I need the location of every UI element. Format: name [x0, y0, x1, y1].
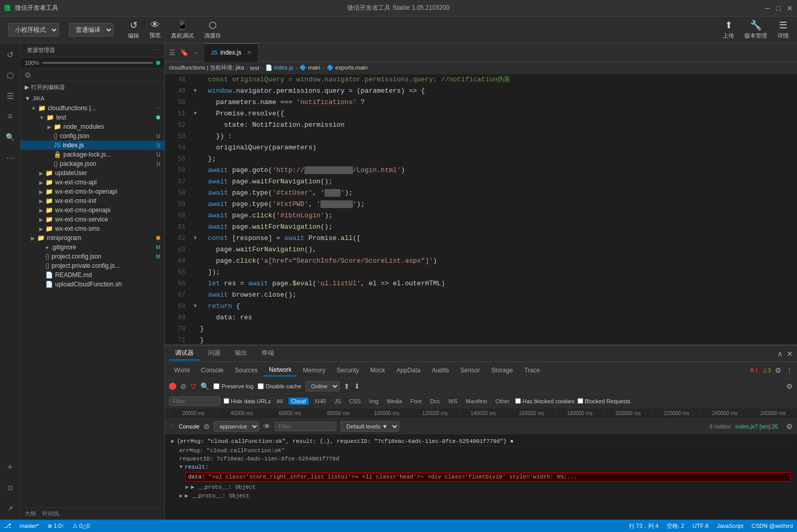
- version-manage-button[interactable]: 🔧 版本管理: [744, 20, 767, 40]
- jika-header[interactable]: ▼ JIKA: [21, 93, 164, 104]
- tree-item[interactable]: ▶ {} config.json U: [21, 131, 164, 141]
- tab-nav-back[interactable]: ☰: [169, 48, 176, 57]
- filter-input[interactable]: [169, 397, 221, 406]
- clear-cache-button[interactable]: ⬡ 清缓存: [204, 20, 221, 40]
- sidebar-icon-search[interactable]: ⬡: [3, 68, 18, 82]
- network-sub-tab-wxml[interactable]: Wxml: [169, 365, 195, 376]
- tab-close-icon[interactable]: ✕: [247, 49, 252, 56]
- filter-img[interactable]: Img: [366, 398, 381, 405]
- network-sub-tab-audits[interactable]: Audits: [427, 365, 454, 376]
- filter-icon[interactable]: ▽: [191, 382, 196, 390]
- preserve-log-checkbox[interactable]: [213, 383, 219, 389]
- devtools-tab-terminal[interactable]: 终端: [256, 347, 280, 361]
- tree-item[interactable]: ▼ 📁 cloudfunctions |... ⋯: [21, 104, 164, 113]
- panel-collapse-button[interactable]: ∧: [777, 350, 783, 358]
- filter-xhr[interactable]: XHR: [312, 398, 329, 405]
- tree-item[interactable]: ▶ 📁 node_modules: [21, 122, 164, 131]
- breadcrumb-item[interactable]: cloudfunctions | 当前环境: jika: [169, 64, 244, 72]
- filter-other[interactable]: Other: [493, 398, 513, 405]
- filter-doc[interactable]: Doc: [428, 398, 443, 405]
- sidebar-icon-add[interactable]: +: [3, 460, 18, 474]
- console-tab-label[interactable]: Console: [179, 423, 199, 430]
- console-appservice-select[interactable]: appservice: [214, 421, 259, 432]
- tree-item[interactable]: ▶ 🔒 package-lock.js... U: [21, 150, 164, 159]
- filter-media[interactable]: Media: [384, 398, 405, 405]
- console-settings-icon[interactable]: ⚙: [786, 422, 793, 431]
- network-sub-tab-memory[interactable]: Memory: [298, 365, 330, 376]
- network-sub-tab-sensor[interactable]: Sensor: [455, 365, 485, 376]
- compile-select[interactable]: 普通编译: [69, 23, 113, 37]
- has-blocked-cookies-label[interactable]: Has blocked cookies: [515, 398, 574, 404]
- network-sub-tab-sources[interactable]: Sources: [230, 365, 263, 376]
- sidebar-icon-refresh[interactable]: ↺: [3, 47, 18, 62]
- network-sub-tab-storage[interactable]: Storage: [486, 365, 518, 376]
- file-language[interactable]: JavaScript: [717, 523, 743, 529]
- hide-data-urls-label[interactable]: Hide data URLs: [224, 398, 271, 404]
- tree-item-index[interactable]: ▶ JS index.js U: [21, 141, 164, 150]
- sidebar-more-icon[interactable]: ⋯: [152, 47, 158, 54]
- tree-item[interactable]: ▶ 📁 wx-ext-cms-service: [21, 215, 164, 224]
- tree-item[interactable]: ▶ {} package.json U: [21, 159, 164, 168]
- search-icon[interactable]: 🔍: [200, 382, 209, 390]
- sidebar-icon-list[interactable]: ≡: [3, 109, 18, 124]
- devtools-tab-output[interactable]: 输出: [229, 347, 253, 361]
- sidebar-icon-files[interactable]: ☰: [3, 89, 18, 103]
- filter-cloud-active[interactable]: Cloud: [289, 398, 309, 405]
- download-icon[interactable]: ⬇: [354, 382, 360, 390]
- minimize-button[interactable]: ─: [765, 4, 770, 12]
- tree-item[interactable]: ▶ 📁 updateUser: [21, 168, 164, 178]
- tree-item[interactable]: ▶ 📁 wx-ext-cms-fx-openapi: [21, 187, 164, 196]
- tree-item[interactable]: ▶ {} project.config.json M: [21, 252, 164, 261]
- hide-data-urls-checkbox[interactable]: [224, 398, 229, 404]
- maximize-button[interactable]: □: [776, 4, 781, 12]
- panel-close-button[interactable]: ✕: [787, 350, 793, 358]
- filter-js[interactable]: JS: [332, 398, 344, 405]
- network-sub-tab-trace[interactable]: Trace: [519, 365, 545, 376]
- tab-nav-left[interactable]: ←: [193, 48, 200, 57]
- tree-item[interactable]: ▶ 📄 uploadCloudFunction.sh: [21, 280, 164, 289]
- devtools-tab-debugger[interactable]: 调试器: [169, 347, 200, 361]
- console-clear-icon[interactable]: ⊘: [204, 422, 210, 431]
- preview-button[interactable]: 👁 预览: [149, 20, 161, 40]
- blocked-requests-label[interactable]: Blocked Requests: [578, 398, 631, 404]
- tree-item[interactable]: ▶ 📁 wx-ext-cms-sms: [21, 224, 164, 233]
- tree-item[interactable]: ▶ {} project.private.config.js...: [21, 261, 164, 270]
- tree-item[interactable]: ▶ ● .gitignore M: [21, 243, 164, 252]
- devtools-settings-icon[interactable]: ⚙: [786, 382, 793, 390]
- filter-font[interactable]: Font: [408, 398, 425, 405]
- sidebar-icon-circle[interactable]: ⊙: [3, 480, 18, 495]
- network-sub-tab-network[interactable]: Network: [264, 364, 297, 376]
- refresh-button[interactable]: ↺ 编辑: [128, 20, 139, 40]
- has-blocked-cookies-checkbox[interactable]: [515, 398, 521, 404]
- filter-manifest[interactable]: Manifest: [463, 398, 490, 405]
- tree-item[interactable]: ▶ 📄 README.md: [21, 270, 164, 280]
- tree-item[interactable]: ▶ 📁 wx-ext-cms-init: [21, 196, 164, 205]
- clear-button[interactable]: ⊘: [180, 382, 186, 390]
- record-button[interactable]: [169, 383, 176, 390]
- branch-name[interactable]: master*: [20, 523, 39, 529]
- file-reference[interactable]: index.js? [sm]:26: [735, 423, 778, 430]
- result-expand-arrow[interactable]: ▼: [179, 464, 183, 470]
- online-select[interactable]: Online: [306, 381, 340, 391]
- upload-button[interactable]: ⬆ 上传: [723, 20, 734, 40]
- network-sub-tab-mock[interactable]: Mock: [365, 365, 391, 376]
- details-button[interactable]: ☰ 详情: [777, 20, 789, 40]
- breadcrumb-item[interactable]: 🔷 exports.main: [327, 64, 368, 71]
- disable-cache-checkbox[interactable]: [258, 383, 264, 389]
- sidebar-icon-more[interactable]: ⋯: [3, 150, 18, 165]
- real-device-button[interactable]: 📱 真机调试: [171, 20, 194, 40]
- timeline-link[interactable]: 时间线: [42, 510, 59, 518]
- tree-item[interactable]: ▶ 📁 wx-ext-cms-api: [21, 178, 164, 187]
- tree-item[interactable]: ▼ 📁 test: [21, 113, 164, 122]
- network-sub-tab-appdata[interactable]: AppData: [391, 365, 426, 376]
- filter-all[interactable]: All: [274, 398, 285, 405]
- tree-item[interactable]: ▶ 📁 wx-ext-cms-openapi: [21, 205, 164, 215]
- tab-nav-bookmark[interactable]: 🔖: [180, 48, 189, 57]
- outline-link[interactable]: 大纲: [25, 510, 36, 518]
- network-sub-tab-console[interactable]: Console: [196, 365, 229, 376]
- more-icon[interactable]: ⋮: [786, 366, 793, 374]
- proto1-arrow[interactable]: ▶: [185, 484, 189, 490]
- sidebar-icon-magnify[interactable]: 🔍: [3, 130, 18, 144]
- breadcrumb-item[interactable]: 📄 index.js: [265, 64, 293, 71]
- filter-css[interactable]: CSS: [347, 398, 364, 405]
